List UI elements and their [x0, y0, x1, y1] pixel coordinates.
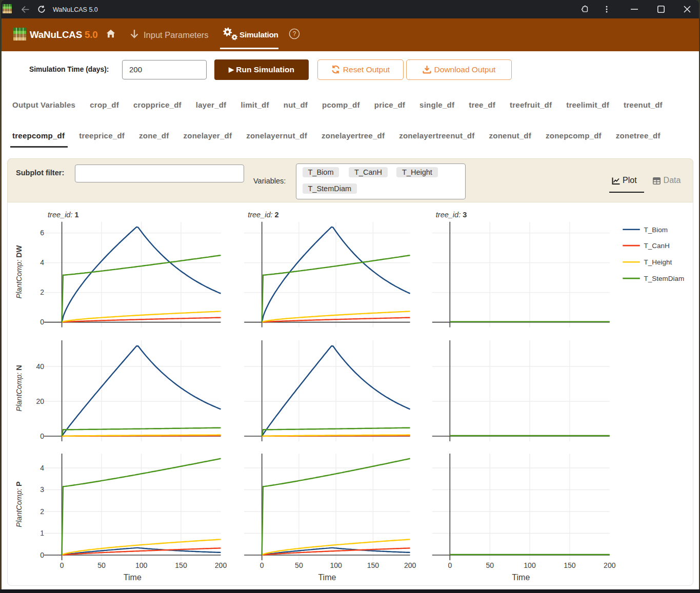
svg-text:tree_id: 2: tree_id: 2	[248, 211, 278, 219]
svg-text:200: 200	[215, 561, 227, 569]
svg-text:tree_id: 3: tree_id: 3	[436, 211, 467, 219]
svg-text:0: 0	[60, 561, 64, 569]
svg-text:1: 1	[40, 529, 44, 537]
svg-text:0: 0	[260, 561, 264, 569]
svg-text:20: 20	[36, 397, 44, 405]
svg-text:Time: Time	[124, 573, 142, 582]
svg-text:PlantComp: N: PlantComp: N	[15, 365, 23, 411]
svg-text:50: 50	[97, 561, 106, 569]
svg-text:4: 4	[40, 464, 44, 472]
svg-text:200: 200	[404, 561, 416, 569]
svg-text:T_CanH: T_CanH	[644, 242, 670, 250]
svg-text:3: 3	[40, 485, 44, 494]
svg-text:0: 0	[40, 432, 44, 440]
svg-text:0: 0	[448, 561, 452, 569]
svg-text:150: 150	[564, 561, 576, 569]
svg-text:4: 4	[40, 258, 44, 267]
svg-text:6: 6	[40, 229, 44, 237]
svg-text:Time: Time	[512, 573, 530, 582]
svg-text:100: 100	[524, 561, 536, 569]
svg-text:150: 150	[367, 561, 379, 569]
svg-text:T_Biom: T_Biom	[644, 226, 668, 234]
svg-text:2: 2	[40, 288, 44, 296]
svg-text:2: 2	[40, 507, 44, 516]
svg-text:Time: Time	[318, 573, 336, 582]
svg-text:50: 50	[295, 561, 303, 569]
svg-text:0: 0	[40, 318, 44, 326]
svg-text:T_StemDiam: T_StemDiam	[644, 275, 685, 282]
svg-text:100: 100	[330, 561, 342, 569]
svg-text:0: 0	[40, 551, 44, 559]
svg-text:40: 40	[36, 362, 44, 371]
svg-text:150: 150	[175, 561, 187, 569]
svg-text:200: 200	[604, 561, 616, 569]
svg-text:tree_id: 1: tree_id: 1	[48, 211, 78, 219]
svg-text:T_Height: T_Height	[644, 258, 672, 266]
svg-text:PlantComp: P: PlantComp: P	[15, 481, 23, 527]
svg-text:PlantComp: DW: PlantComp: DW	[15, 245, 23, 298]
svg-text:100: 100	[135, 561, 148, 569]
svg-text:50: 50	[486, 561, 494, 569]
